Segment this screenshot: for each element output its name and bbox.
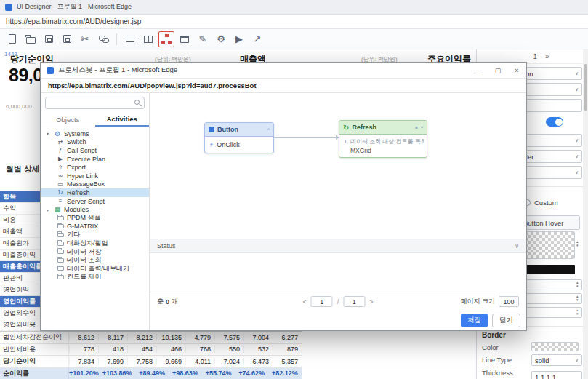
dialog-titlebar[interactable]: 프로세스봇 - 프로필 1 - Microsoft Edge — ▢ ×	[41, 63, 526, 79]
tree-folder-data-save[interactable]: 데이터 저장	[41, 247, 149, 256]
list-icon[interactable]	[122, 31, 138, 47]
scrollbar-thumb[interactable]	[584, 64, 587, 111]
tree-folder-g-matrix[interactable]: G-MATRIX	[41, 223, 149, 231]
tree-folder-data-export[interactable]: 데이터 출력/내보내기	[41, 265, 149, 274]
save-as-icon[interactable]	[59, 31, 75, 47]
dialog-address-bar[interactable]: https://epa.bimatrix.com/AUD/popview.jsp…	[41, 79, 526, 93]
settings-gear-icon[interactable]: ⚙	[213, 31, 229, 47]
tree-item-server-script[interactable]: ≡ Server Script	[41, 197, 149, 206]
flow-canvas[interactable]: Button ^ ⚡ OnClick ↻ Refresh ≡	[150, 93, 526, 239]
button-node[interactable]: Button ^ ⚡ OnClick	[204, 122, 274, 153]
messagebox-icon: ▭	[57, 181, 64, 188]
tree-item-refresh-selected[interactable]: ↻ Refresh	[41, 188, 149, 197]
run-icon[interactable]: ▶	[231, 31, 247, 47]
border-color-swatch[interactable]	[531, 342, 579, 351]
search-input[interactable]	[46, 100, 144, 111]
process-bot-dialog: 프로세스봇 - 프로필 1 - Microsoft Edge — ▢ × htt…	[40, 62, 527, 331]
table-cell: 778	[69, 346, 98, 353]
caret-down-icon: ▾	[47, 131, 51, 136]
table-row[interactable]: 당기순이익 7,834 7,699 7,758 9,669 4,011 7,02…	[0, 356, 302, 368]
tree-item-switch[interactable]: ⇄ Switch	[41, 138, 149, 147]
refresh-node-header[interactable]: ↻ Refresh ≡ ^	[339, 121, 427, 135]
chevron-down-icon: ∨	[575, 357, 579, 363]
thickness-input[interactable]: 1.1.1.1	[531, 371, 582, 379]
new-file-icon[interactable]	[4, 31, 20, 47]
chart-axis-label: 6,000,000	[6, 103, 32, 110]
tab-objects[interactable]: Objects	[41, 112, 95, 127]
refresh-node[interactable]: ↻ Refresh ≡ ^ 1. 데이터 조회 대상 컨트롤 목록 MXGrid	[339, 120, 427, 158]
line-type-select[interactable]: solid ∨	[531, 354, 582, 366]
save-button[interactable]: 저장	[461, 314, 488, 327]
page-size-input[interactable]	[499, 296, 519, 307]
folder-icon	[57, 258, 64, 263]
button-node-header[interactable]: Button ^	[205, 123, 273, 137]
dialog-window-controls: — ▢ ×	[470, 63, 526, 78]
prev-page-icon[interactable]: <	[302, 298, 306, 306]
tree-folder-control[interactable]: 컨트롤 제어	[41, 273, 149, 282]
designer-toolbar: ✂ ✎ ⚙ ▶ ↗	[0, 29, 588, 49]
stepper-icons[interactable]: ▴ ▾	[576, 308, 579, 315]
search-box[interactable]	[45, 97, 145, 109]
close-icon[interactable]: ×	[507, 63, 526, 78]
total-pages-input[interactable]	[343, 296, 365, 307]
tab-activities[interactable]: Activities	[95, 112, 150, 127]
custom-radio[interactable]: Custom	[524, 199, 558, 207]
process-bot-icon[interactable]	[158, 31, 174, 47]
expand-panel-icon[interactable]: »	[545, 52, 549, 60]
status-section-header[interactable]: Status ∨	[150, 239, 526, 253]
step-down-icon: ▾	[576, 298, 579, 302]
tree-item-hyper-link[interactable]: ∞ Hyper Link	[41, 172, 149, 180]
stepper-icons[interactable]: ▴ ▾	[576, 281, 579, 287]
link-icon[interactable]	[95, 31, 111, 47]
tree-item-call-script[interactable]: ƒ Call Script	[41, 146, 149, 155]
color-label: Color	[482, 343, 499, 351]
table-row[interactable]: 법인세차감전순이익 8,612 8,117 8,212 10,135 4,779…	[0, 332, 302, 344]
button-node-body[interactable]: ⚡ OnClick	[205, 137, 273, 153]
toolbar-divider	[116, 33, 117, 45]
tree-node-modules[interactable]: ▾ ▦ Modules	[41, 205, 149, 214]
edit-icon[interactable]: ✎	[195, 31, 211, 47]
table-row-ratio[interactable]: 순이익률 +101.20% +103.86% +89.49% +98.63% +…	[0, 368, 302, 379]
stepper-icons[interactable]: ▴ ▾	[576, 295, 579, 301]
window-layout-icon[interactable]	[177, 31, 193, 47]
modules-grid-icon: ▦	[54, 206, 61, 213]
toggle-switch[interactable]	[546, 117, 563, 127]
tree-node-systems[interactable]: ▾ ⚙ Systems	[41, 129, 149, 138]
tree-item-execute-plan[interactable]: ▶ Execute Plan	[41, 155, 149, 164]
tree-item-messagebox[interactable]: ▭ MessageBox	[41, 180, 149, 189]
menu-icon[interactable]: ≡	[415, 125, 418, 130]
cut-icon[interactable]: ✂	[77, 31, 93, 47]
next-page-icon[interactable]: >	[369, 298, 373, 306]
tree-folder-dialog-popup[interactable]: 대화상자/팝업	[41, 239, 149, 248]
tree-folder-data-query[interactable]: 데이터 조회	[41, 256, 149, 265]
tree-folder-ppdm-sample[interactable]: PPDM 샘플	[41, 214, 149, 223]
maximize-icon[interactable]: ▢	[488, 63, 507, 78]
hyperlink-icon: ∞	[57, 172, 64, 179]
report-grid-icon[interactable]	[140, 31, 156, 47]
pin-icon[interactable]: ↥	[532, 52, 538, 60]
refresh-node-body[interactable]: 1. 데이터 조회 대상 컨트롤 목록 MXGrid	[339, 135, 427, 157]
monthly-detail-title: 월별 상세	[6, 164, 40, 175]
table-row[interactable]: 법인세비용 778 418 454 466 768 550 532 879	[0, 344, 302, 356]
table-cell: +89.49%	[135, 370, 169, 377]
share-icon[interactable]: ↗	[249, 31, 265, 47]
save-icon[interactable]	[41, 31, 57, 47]
tree-item-export[interactable]: ⇧ Export	[41, 163, 149, 172]
close-button[interactable]: 닫기	[492, 314, 520, 327]
address-bar[interactable]: https://epa.bimatrix.com/AUD/designer.js…	[0, 15, 588, 29]
collapse-icon[interactable]: ^	[421, 125, 423, 130]
tree-folder-etc[interactable]: 기타	[41, 231, 149, 239]
browser-window: UI Designer - 프로필 1 - Microsoft Edge htt…	[0, 0, 588, 379]
current-page-input[interactable]	[311, 296, 333, 307]
panel-scrollbar[interactable]	[583, 49, 588, 379]
step-down-icon: ▾	[576, 284, 579, 288]
stepper-icons[interactable]: ▴ ▾	[576, 240, 579, 247]
collapse-icon[interactable]: ^	[267, 127, 270, 132]
step-down-icon: ▾	[576, 244, 579, 247]
minimize-icon[interactable]: —	[470, 63, 488, 78]
refresh-node-target: MXGrid	[344, 147, 371, 154]
refresh-icon: ↻	[343, 124, 349, 132]
chevron-down-icon: ∨	[575, 87, 579, 92]
open-folder-icon[interactable]	[23, 31, 39, 47]
onclick-event-label: OnClick	[217, 141, 240, 148]
